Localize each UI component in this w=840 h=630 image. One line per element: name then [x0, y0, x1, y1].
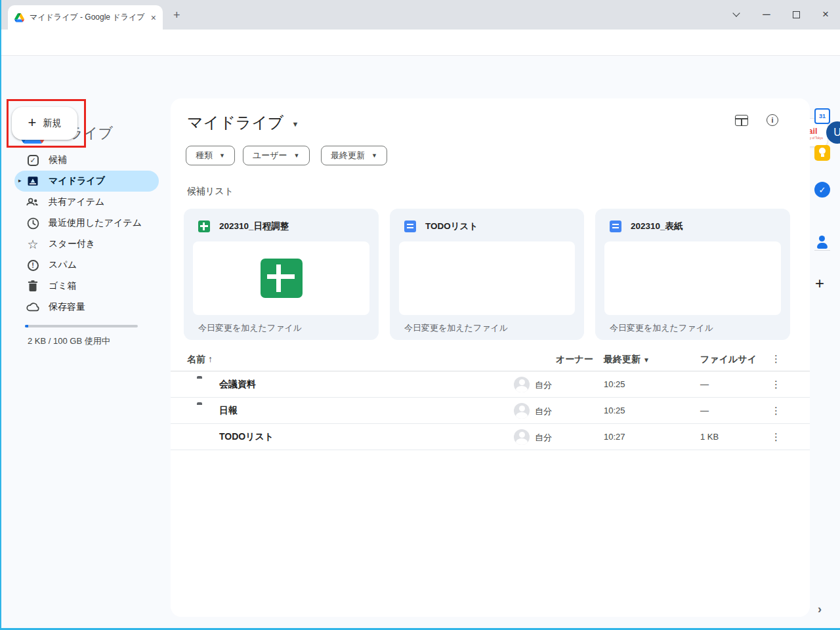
hide-panel-chevron-icon[interactable]: › [818, 602, 822, 616]
row-menu-icon[interactable]: ⋮ [771, 431, 781, 443]
tab-close-icon[interactable]: × [151, 12, 156, 23]
rail-divider [814, 250, 830, 251]
column-header-owner[interactable]: オーナー [556, 354, 593, 366]
star-icon: ☆ [26, 238, 39, 251]
row-menu-icon[interactable]: ⋮ [771, 405, 781, 417]
tasks-icon[interactable]: ✓ [814, 182, 830, 198]
new-tab-button[interactable]: + [173, 9, 180, 22]
table-row[interactable]: 日報 自分 10:25 — ⋮ [171, 398, 810, 424]
chevron-down-icon: ▼ [371, 152, 377, 159]
sidebar-item-recent[interactable]: 最近使用したアイテム [1, 213, 165, 234]
storage-progress-bar [25, 325, 138, 327]
file-table-header: 名前 ↑ オーナー 最終更新 ▼ ファイルサイ ⋮ [171, 348, 810, 371]
calendar-icon[interactable]: 31 [814, 108, 830, 124]
browser-toolbar: ← → drive.google.com/drive/my-drive ⇗ ☆ … [1, 30, 840, 56]
tab-title: マイドライブ - Google ドライブ [30, 12, 146, 23]
sidebar-item-spam[interactable]: ! スパム [1, 255, 165, 276]
file-preview [193, 242, 369, 315]
table-row[interactable]: 会議資料 自分 10:25 — ⋮ [171, 371, 810, 398]
filter-chip-type[interactable]: 種類▼ [186, 146, 235, 165]
suggestion-card[interactable]: 202310_日程調整 今日変更を加えたファイル [184, 209, 379, 340]
details-info-icon[interactable]: i [766, 114, 778, 126]
column-header-name[interactable]: 名前 ↑ [187, 354, 213, 366]
check-square-icon: ✓ [26, 154, 39, 167]
sidebar-item-starred[interactable]: ☆ スター付き [1, 234, 165, 255]
drive-header: ドライブ ? ⚙ ECCS Cloud Mail Information Tec… [1, 56, 840, 98]
dropdown-caret-icon: ▼ [643, 356, 650, 364]
owner-avatar [514, 377, 530, 392]
storage-usage-text: 2 KB / 100 GB 使用中 [28, 335, 110, 347]
filter-chip-modified[interactable]: 最終更新▼ [321, 146, 387, 165]
list-grid-view-toggle-icon[interactable] [735, 115, 748, 126]
owner-avatar [514, 429, 530, 445]
table-options-icon[interactable]: ⋮ [771, 353, 781, 365]
filter-chip-people[interactable]: ユーザー▼ [243, 146, 310, 165]
people-icon [26, 196, 39, 209]
title-dropdown-caret-icon[interactable]: ▼ [291, 120, 299, 128]
clock-icon [26, 217, 39, 230]
suggestion-card[interactable]: 202310_表紙 今日変更を加えたファイル [595, 209, 790, 340]
tab-search-chevron-icon[interactable] [727, 7, 746, 22]
row-menu-icon[interactable]: ⋮ [771, 379, 781, 390]
suggestions-section-label: 候補リスト [187, 186, 234, 198]
drive-favicon-icon [14, 13, 24, 22]
page-title[interactable]: マイドライブ ▼ [187, 112, 299, 133]
window-maximize-button[interactable] [787, 7, 805, 22]
docs-icon [404, 220, 416, 232]
my-drive-icon [26, 175, 39, 188]
trash-icon [26, 280, 39, 293]
docs-icon [610, 220, 621, 232]
get-addons-plus-icon[interactable]: + [815, 274, 824, 293]
sidebar-item-my-drive[interactable]: マイドライブ [1, 171, 165, 192]
browser-tab[interactable]: マイドライブ - Google ドライブ × [8, 5, 163, 30]
storage-progress-fill [25, 325, 28, 327]
sidebar-item-suggested[interactable]: ✓ 候補 [1, 150, 165, 171]
account-avatar[interactable]: U [826, 121, 840, 144]
sidebar-item-shared[interactable]: 共有アイテム [1, 192, 165, 213]
spam-icon: ! [26, 259, 39, 272]
file-preview [399, 242, 575, 315]
column-header-modified[interactable]: 最終更新 ▼ [604, 354, 650, 366]
window-close-button[interactable]: × [816, 7, 835, 22]
keep-icon[interactable] [814, 145, 830, 161]
window-minimize-button[interactable]: ─ [757, 7, 776, 22]
sidebar-item-storage[interactable]: 保存容量 [1, 297, 165, 318]
sheets-icon [198, 220, 210, 232]
chevron-down-icon: ▼ [219, 152, 225, 159]
main-content: マイドライブ ▼ i 種類▼ ユーザー▼ 最終更新▼ 候補リスト 202310_… [171, 98, 810, 617]
table-row[interactable]: TODOリスト 自分 10:27 1 KB ⋮ [171, 424, 810, 450]
owner-avatar [514, 403, 530, 419]
sidebar-item-trash[interactable]: ゴミ箱 [1, 276, 165, 297]
suggestion-card[interactable]: TODOリスト 今日変更を加えたファイル [390, 209, 584, 340]
sheets-icon-large [261, 259, 303, 298]
column-header-size[interactable]: ファイルサイ [700, 354, 757, 366]
sort-ascending-icon: ↑ [208, 354, 213, 364]
cloud-icon [26, 301, 39, 314]
red-annotation-box [7, 99, 86, 148]
tab-strip: マイドライブ - Google ドライブ × + ─ × [1, 0, 840, 30]
chevron-down-icon: ▼ [294, 152, 300, 159]
contacts-icon[interactable] [814, 234, 830, 250]
file-preview [604, 242, 781, 315]
